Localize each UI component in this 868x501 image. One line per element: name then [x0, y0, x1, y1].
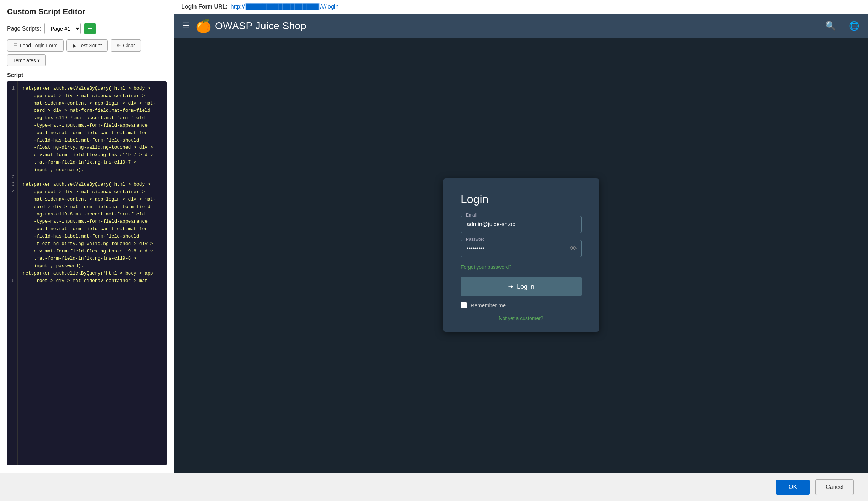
site-name: OWASP Juice Shop [215, 20, 306, 32]
url-value: http://██████████████████/#/login [231, 4, 339, 10]
page-select[interactable]: Page #1 [44, 23, 81, 34]
page-scripts-label: Page Scripts: [7, 26, 41, 32]
not-customer-link[interactable]: Not yet a customer? [461, 315, 582, 321]
toolbar-row: ☰ Load Login Form ▶ Test Script ✏ Clear … [7, 39, 167, 66]
play-icon: ▶ [73, 43, 76, 48]
remember-me-row: Remember me [461, 302, 582, 308]
cancel-button[interactable]: Cancel [815, 479, 854, 495]
code-editor[interactable]: 1 2 3 4 [7, 81, 167, 465]
clear-button[interactable]: ✏ Clear [111, 39, 141, 52]
logo-icon: 🍊 [195, 18, 211, 33]
login-arrow-icon: ➜ [508, 283, 513, 291]
remember-me-label: Remember me [471, 302, 506, 308]
page-scripts-row: Page Scripts: Page #1 + [7, 23, 167, 34]
chevron-down-icon: ▾ [37, 58, 40, 63]
panel-title: Custom Script Editor [7, 7, 167, 16]
hamburger-icon[interactable]: ☰ [183, 21, 190, 31]
pencil-icon: ✏ [117, 43, 121, 48]
password-label: Password [465, 237, 486, 242]
ok-button[interactable]: OK [776, 480, 810, 495]
list-icon: ☰ [13, 43, 18, 48]
email-label: Email [465, 213, 478, 218]
forgot-password-link[interactable]: Forgot your password? [461, 264, 582, 270]
browser-content: Login Email Password 👁 [174, 38, 868, 473]
load-login-form-button[interactable]: ☰ Load Login Form [7, 39, 64, 52]
browser-frame: ☰ 🍊 OWASP Juice Shop 🔍 🌐 Login Email [174, 14, 868, 473]
globe-icon[interactable]: 🌐 [849, 21, 859, 31]
login-title: Login [461, 193, 582, 206]
email-form-group: Email [461, 216, 582, 233]
login-button[interactable]: ➜ Log in [461, 277, 582, 296]
add-page-button[interactable]: + [84, 23, 96, 34]
password-toggle-icon[interactable]: 👁 [570, 245, 577, 253]
code-content[interactable]: netsparker.auth.setValueByQuery('html > … [18, 81, 167, 465]
password-field-wrapper: Password 👁 [461, 240, 582, 257]
password-input[interactable] [461, 240, 581, 257]
bottom-bar: OK Cancel [0, 473, 868, 501]
main-container: Custom Script Editor Page Scripts: Page … [0, 0, 868, 473]
email-input[interactable] [461, 216, 581, 233]
email-field-wrapper: Email [461, 216, 582, 233]
url-domain: ██████████████████ [245, 3, 320, 10]
test-script-button[interactable]: ▶ Test Script [66, 39, 108, 52]
right-panel: Login Form URL: http://█████████████████… [174, 0, 868, 473]
url-bar-label: Login Form URL: [181, 4, 228, 10]
line-numbers: 1 2 3 4 [7, 81, 18, 465]
search-icon[interactable]: 🔍 [825, 21, 836, 31]
remember-me-checkbox[interactable] [461, 302, 467, 308]
script-label: Script [7, 72, 167, 79]
url-bar: Login Form URL: http://█████████████████… [174, 0, 868, 14]
login-card: Login Email Password 👁 [443, 178, 599, 332]
site-logo: 🍊 OWASP Juice Shop [195, 18, 306, 33]
templates-button[interactable]: Templates ▾ [7, 54, 46, 66]
left-panel: Custom Script Editor Page Scripts: Page … [0, 0, 174, 473]
browser-nav: ☰ 🍊 OWASP Juice Shop 🔍 🌐 [174, 14, 868, 38]
password-form-group: Password 👁 [461, 240, 582, 257]
